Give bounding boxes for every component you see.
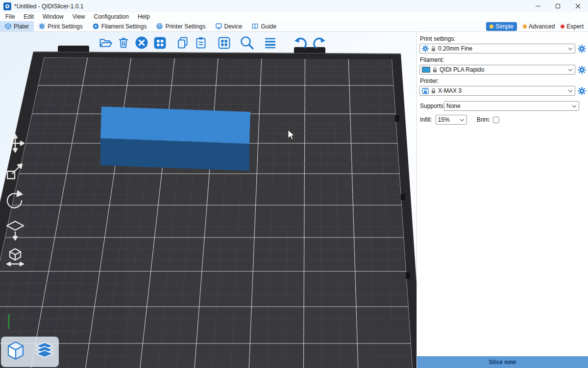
mode-advanced[interactable]: Advanced <box>523 23 555 30</box>
chevron-down-icon <box>568 67 572 71</box>
redo-button[interactable] <box>312 34 326 52</box>
lock-icon <box>431 46 436 52</box>
tab-label: Printer Settings <box>165 23 205 30</box>
search-button[interactable] <box>240 34 254 52</box>
advanced-mode-dot-icon <box>523 25 527 28</box>
right-sidebar: Print settings: 0.20mm Fine Filament: QI… <box>416 32 588 368</box>
model-box[interactable] <box>100 106 250 171</box>
paste-icon <box>195 36 207 49</box>
menu-configuration[interactable]: Configuration <box>90 13 133 20</box>
infill-select[interactable]: 15% <box>436 115 467 125</box>
printer-icon <box>156 23 163 29</box>
lock-icon <box>433 67 437 73</box>
tab-label: Filament Settings <box>101 23 147 30</box>
menu-help[interactable]: Help <box>133 13 154 20</box>
filament-color-swatch <box>422 67 430 73</box>
copy-icon <box>176 36 189 49</box>
maximize-button[interactable] <box>548 0 568 12</box>
chevron-down-icon <box>568 46 572 50</box>
plater-icon <box>5 23 11 29</box>
close-icon <box>575 3 581 9</box>
printer-value: X-MAX 3 <box>438 87 462 94</box>
open-file-button[interactable] <box>98 34 113 52</box>
print-settings-value: 0.20mm Fine <box>438 45 472 52</box>
minimize-button[interactable] <box>528 0 548 12</box>
layer-height-icon <box>264 36 277 50</box>
mode-switcher: Simple Advanced Expert <box>486 21 588 31</box>
undo-icon <box>294 35 308 50</box>
close-button[interactable] <box>568 0 588 12</box>
qidislicer-window: *Untitled - QIDISlicer-1.0.1 File Edit W… <box>0 0 588 368</box>
menu-window[interactable]: Window <box>38 13 68 20</box>
undo-button[interactable] <box>294 34 308 52</box>
menu-file[interactable]: File <box>1 13 19 20</box>
supports-label: Supports: <box>420 103 444 109</box>
mode-expert[interactable]: Expert <box>561 23 584 30</box>
print-settings-select[interactable]: 0.20mm Fine <box>419 44 575 53</box>
plater-toolbar <box>98 34 330 52</box>
redo-icon <box>312 35 326 50</box>
app-logo-icon <box>3 2 11 10</box>
expert-mode-dot-icon <box>561 25 564 28</box>
menu-bar: File Edit Window View Configuration Help <box>0 12 588 21</box>
device-monitor-icon <box>216 23 222 29</box>
printer-select[interactable]: X-MAX 3 <box>419 86 575 96</box>
minimize-icon <box>536 6 540 6</box>
split-objects-button[interactable] <box>217 34 231 52</box>
menu-view[interactable]: View <box>68 13 90 20</box>
tab-print-settings[interactable]: Print Settings <box>34 21 87 31</box>
filament-value: QIDI PLA Rapido <box>440 66 484 73</box>
delete-button[interactable] <box>116 34 131 52</box>
tab-label: Device <box>224 23 243 30</box>
paste-button[interactable] <box>194 34 208 52</box>
menu-edit[interactable]: Edit <box>19 13 38 20</box>
tab-label: Print Settings <box>48 23 82 30</box>
brim-label: Brim: <box>477 116 490 123</box>
supports-select[interactable]: None <box>444 101 579 111</box>
lock-icon <box>431 88 436 94</box>
preview-layers-icon <box>33 340 56 362</box>
brim-checkbox[interactable] <box>493 117 499 123</box>
chevron-down-icon <box>572 103 576 107</box>
infill-label: Infill: <box>420 116 432 123</box>
split-objects-icon <box>218 36 231 50</box>
supports-value: None <box>446 103 461 109</box>
view-preview-button[interactable] <box>33 340 56 364</box>
printer-label: Printer: <box>420 78 588 84</box>
chevron-down-icon <box>460 117 464 121</box>
slice-now-button[interactable]: Slice now <box>417 356 588 368</box>
filament-select[interactable]: QIDI PLA Rapido <box>419 65 575 75</box>
scene-svg <box>0 32 416 368</box>
view-toggle-panel <box>1 337 59 367</box>
arrange-button[interactable] <box>152 34 167 52</box>
filament-label: Filament: <box>420 56 588 63</box>
open-folder-icon <box>99 36 112 50</box>
model-box-top-face[interactable] <box>100 106 250 144</box>
tab-filament-settings[interactable]: Filament Settings <box>88 21 152 31</box>
viewport-3d[interactable] <box>0 32 416 368</box>
filament-spool-icon <box>93 23 99 29</box>
printer-gear-button[interactable] <box>578 87 586 95</box>
view-3d-button[interactable] <box>4 340 27 364</box>
model-box-front-face[interactable] <box>100 138 249 171</box>
printer-icon <box>422 88 429 94</box>
infill-value: 15% <box>438 116 450 123</box>
copy-button[interactable] <box>175 34 190 52</box>
variable-layer-height-button[interactable] <box>263 34 277 52</box>
tab-device[interactable]: Device <box>211 21 247 31</box>
tab-plater[interactable]: Plater <box>0 21 34 31</box>
gear-icon <box>422 45 429 52</box>
chevron-down-icon <box>568 88 572 92</box>
maximize-icon <box>556 4 560 8</box>
trash-icon <box>117 36 130 49</box>
tab-bar: Plater Print Settings Filament Settings … <box>0 21 588 32</box>
delete-all-icon <box>135 36 148 50</box>
mode-simple[interactable]: Simple <box>486 22 517 31</box>
print-settings-gear-button[interactable] <box>578 45 586 53</box>
filament-gear-button[interactable] <box>578 66 586 74</box>
delete-all-button[interactable] <box>134 34 149 52</box>
tab-printer-settings[interactable]: Printer Settings <box>151 21 210 31</box>
tab-guide[interactable]: Guide <box>247 21 281 31</box>
arrange-icon <box>153 36 167 50</box>
title-bar: *Untitled - QIDISlicer-1.0.1 <box>0 0 588 12</box>
